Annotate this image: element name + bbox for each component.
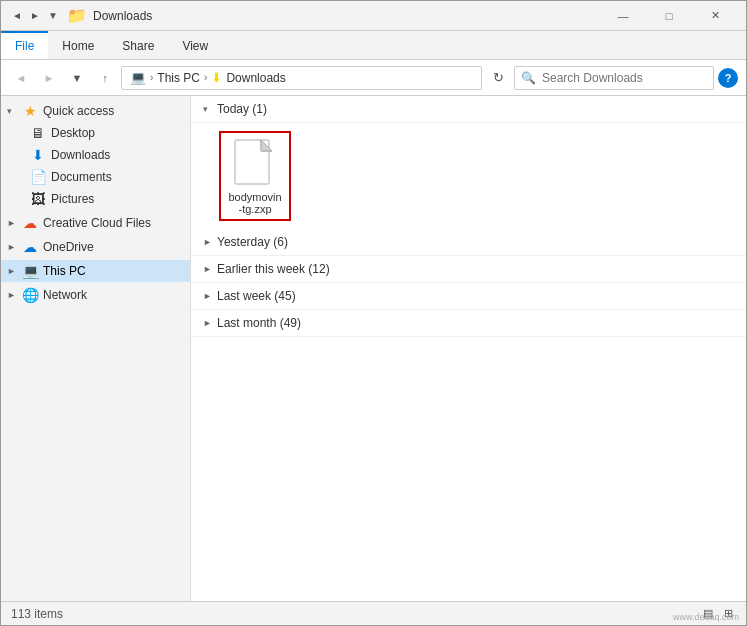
onedrive-label: OneDrive — [43, 240, 94, 254]
search-box[interactable]: 🔍 — [514, 66, 714, 90]
refresh-button[interactable]: ↻ — [486, 66, 510, 90]
group-yesterday-header[interactable]: ► Yesterday (6) — [191, 229, 746, 256]
main-area: ▾ ★ Quick access 🖥 Desktop 📌 ⬇ Downloads… — [1, 96, 746, 601]
this-pc-label: This PC — [157, 71, 200, 85]
network-header[interactable]: ► 🌐 Network — [1, 284, 190, 306]
ribbon-tabs: File Home Share View — [1, 31, 746, 59]
tab-view[interactable]: View — [168, 31, 222, 59]
ribbon: File Home Share View — [1, 31, 746, 60]
recent-locations-button[interactable]: ▼ — [65, 66, 89, 90]
search-input[interactable] — [542, 71, 713, 85]
group-last-month-header[interactable]: ► Last month (49) — [191, 310, 746, 337]
onedrive-header[interactable]: ► ☁ OneDrive — [1, 236, 190, 258]
group-earlier-week-header[interactable]: ► Earlier this week (12) — [191, 256, 746, 283]
last-week-arrow: ► — [203, 291, 213, 301]
folder-icon: 📁 — [67, 6, 87, 25]
file-name-bodymovin: bodymovin-tg.zxp — [228, 191, 281, 215]
file-icon-svg — [234, 139, 276, 187]
downloads-icon: ⬇ — [29, 147, 47, 163]
forward-button[interactable]: ► — [37, 66, 61, 90]
quick-access-section: ▾ ★ Quick access 🖥 Desktop 📌 ⬇ Downloads… — [1, 100, 190, 210]
downloads-folder-icon: ⬇ — [211, 70, 222, 85]
dropdown-nav-btn[interactable]: ▼ — [45, 8, 61, 24]
path-separator-2: › — [204, 72, 207, 83]
file-icon-container — [231, 137, 279, 189]
sidebar-item-desktop[interactable]: 🖥 Desktop 📌 — [1, 122, 190, 144]
this-pc-icon: 💻 — [21, 263, 39, 279]
content-area: ▾ Today (1) bodymovin-tg.zxp ► Yesterday… — [191, 96, 746, 601]
downloads-label: Downloads — [51, 148, 110, 162]
creative-cloud-label: Creative Cloud Files — [43, 216, 151, 230]
this-pc-arrow: ► — [7, 266, 17, 276]
pictures-label: Pictures — [51, 192, 94, 206]
sidebar: ▾ ★ Quick access 🖥 Desktop 📌 ⬇ Downloads… — [1, 96, 191, 601]
window-controls: — □ ✕ — [600, 1, 738, 31]
onedrive-arrow: ► — [7, 242, 17, 252]
today-content: bodymovin-tg.zxp — [191, 123, 746, 229]
network-arrow: ► — [7, 290, 17, 300]
earlier-week-arrow: ► — [203, 264, 213, 274]
last-month-title: Last month (49) — [217, 316, 301, 330]
sidebar-item-documents[interactable]: 📄 Documents 📌 — [1, 166, 190, 188]
file-item-bodymovin[interactable]: bodymovin-tg.zxp — [219, 131, 291, 221]
title-bar-nav: ◄ ► ▼ — [9, 8, 61, 24]
this-pc-section: ► 💻 This PC — [1, 260, 190, 282]
downloads-path-label: Downloads — [226, 71, 285, 85]
yesterday-title: Yesterday (6) — [217, 235, 288, 249]
today-arrow: ▾ — [203, 104, 213, 114]
status-bar: 113 items ▤ ⊞ — [1, 601, 746, 625]
maximize-button[interactable]: □ — [646, 1, 692, 31]
watermark: www.deuaq.com — [673, 612, 739, 622]
group-today-header[interactable]: ▾ Today (1) — [191, 96, 746, 123]
tab-home[interactable]: Home — [48, 31, 108, 59]
this-pc-header[interactable]: ► 💻 This PC — [1, 260, 190, 282]
desktop-label: Desktop — [51, 126, 95, 140]
earlier-week-title: Earlier this week (12) — [217, 262, 330, 276]
onedrive-section: ► ☁ OneDrive — [1, 236, 190, 258]
title-bar-left: ◄ ► ▼ 📁 Downloads — [9, 6, 152, 25]
close-button[interactable]: ✕ — [692, 1, 738, 31]
onedrive-icon: ☁ — [21, 239, 39, 255]
tab-file[interactable]: File — [1, 31, 48, 59]
today-title: Today (1) — [217, 102, 267, 116]
last-week-title: Last week (45) — [217, 289, 296, 303]
help-button[interactable]: ? — [718, 68, 738, 88]
yesterday-arrow: ► — [203, 237, 213, 247]
sidebar-item-pictures[interactable]: 🖼 Pictures 📌 — [1, 188, 190, 210]
sidebar-item-downloads[interactable]: ⬇ Downloads 📌 — [1, 144, 190, 166]
creative-cloud-section: ► ☁ Creative Cloud Files — [1, 212, 190, 234]
forward-nav-btn[interactable]: ► — [27, 8, 43, 24]
back-button[interactable]: ◄ — [9, 66, 33, 90]
item-count: 113 items — [11, 607, 63, 621]
network-section: ► 🌐 Network — [1, 284, 190, 306]
quick-access-label: Quick access — [43, 104, 114, 118]
quick-access-header[interactable]: ▾ ★ Quick access — [1, 100, 190, 122]
network-label: Network — [43, 288, 87, 302]
address-path[interactable]: 💻 › This PC › ⬇ Downloads — [121, 66, 482, 90]
quick-access-arrow: ▾ — [7, 106, 17, 116]
window-title: Downloads — [93, 9, 152, 23]
computer-icon: 💻 — [130, 70, 146, 85]
search-icon: 🔍 — [515, 71, 542, 85]
desktop-icon: 🖥 — [29, 125, 47, 141]
creative-cloud-arrow: ► — [7, 218, 17, 228]
last-month-arrow: ► — [203, 318, 213, 328]
pictures-icon: 🖼 — [29, 191, 47, 207]
creative-cloud-icon: ☁ — [21, 215, 39, 231]
address-bar: ◄ ► ▼ ↑ 💻 › This PC › ⬇ Downloads ↻ 🔍 ? — [1, 60, 746, 96]
this-pc-label: This PC — [43, 264, 86, 278]
path-separator-1: › — [150, 72, 153, 83]
quick-access-btn[interactable]: ◄ — [9, 8, 25, 24]
tab-share[interactable]: Share — [108, 31, 168, 59]
creative-cloud-header[interactable]: ► ☁ Creative Cloud Files — [1, 212, 190, 234]
documents-icon: 📄 — [29, 169, 47, 185]
title-bar: ◄ ► ▼ 📁 Downloads — □ ✕ — [1, 1, 746, 31]
network-icon: 🌐 — [21, 287, 39, 303]
documents-label: Documents — [51, 170, 112, 184]
minimize-button[interactable]: — — [600, 1, 646, 31]
star-icon: ★ — [21, 103, 39, 119]
group-last-week-header[interactable]: ► Last week (45) — [191, 283, 746, 310]
up-directory-button[interactable]: ↑ — [93, 66, 117, 90]
